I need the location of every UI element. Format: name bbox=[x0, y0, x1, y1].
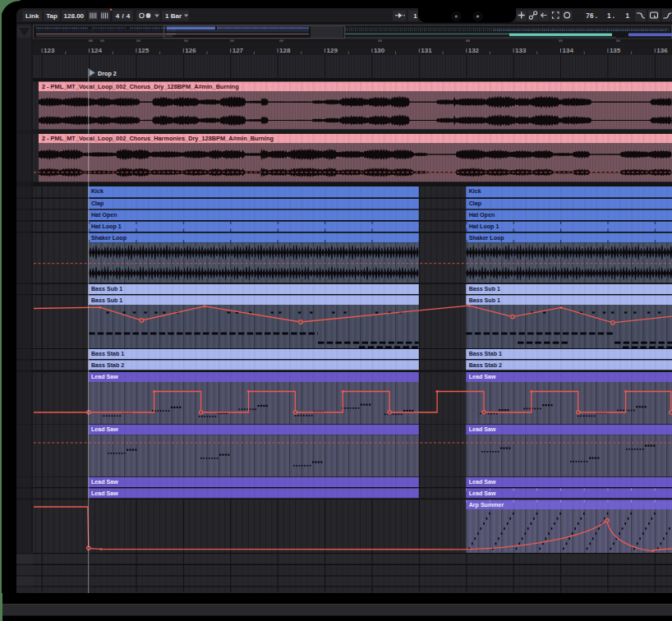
svg-text:Bass Stab 1: Bass Stab 1 bbox=[91, 351, 124, 357]
svg-text:Lead Saw: Lead Saw bbox=[469, 479, 496, 485]
svg-text:1: 1 bbox=[413, 12, 417, 20]
svg-text:132: 132 bbox=[468, 47, 480, 54]
svg-text:2 - PML_MT_Vocal_Loop_002_Chor: 2 - PML_MT_Vocal_Loop_002_Chorus_Dry_128… bbox=[42, 83, 239, 90]
svg-text:Tap: Tap bbox=[46, 12, 58, 20]
svg-text:1 Bar: 1 Bar bbox=[165, 12, 182, 20]
svg-text:127: 127 bbox=[232, 47, 244, 54]
svg-text:136: 136 bbox=[656, 47, 668, 54]
svg-text:Hat Open: Hat Open bbox=[91, 212, 117, 218]
svg-text:130: 130 bbox=[374, 47, 385, 54]
svg-text:4: 4 bbox=[116, 12, 120, 20]
svg-text:128: 128 bbox=[279, 47, 291, 54]
svg-text:Lead Saw: Lead Saw bbox=[469, 490, 496, 497]
svg-text:Bass Stab 1: Bass Stab 1 bbox=[469, 351, 502, 357]
svg-text:Lead Saw: Lead Saw bbox=[91, 479, 118, 485]
svg-text:Bass Sub 1: Bass Sub 1 bbox=[91, 286, 122, 292]
svg-text:125: 125 bbox=[138, 47, 150, 54]
svg-text:133: 133 bbox=[515, 47, 527, 54]
svg-text:126: 126 bbox=[185, 47, 196, 54]
svg-text:Hat Open: Hat Open bbox=[469, 212, 495, 218]
svg-text:Bass Sub 1: Bass Sub 1 bbox=[469, 286, 500, 292]
svg-text:4: 4 bbox=[127, 12, 131, 20]
svg-text:Kick: Kick bbox=[91, 188, 104, 195]
svg-text:1: 1 bbox=[625, 12, 629, 20]
svg-text:Bass Sub 1: Bass Sub 1 bbox=[91, 297, 122, 304]
svg-text:Kick: Kick bbox=[469, 188, 481, 195]
svg-text:Lead Saw: Lead Saw bbox=[91, 426, 118, 433]
svg-text:Lead Saw: Lead Saw bbox=[91, 374, 118, 380]
svg-text:1 .: 1 . bbox=[607, 12, 614, 20]
svg-text:Drop 2: Drop 2 bbox=[98, 70, 117, 77]
svg-text:Bass Stab 2: Bass Stab 2 bbox=[91, 362, 124, 369]
svg-text:Bass Stab 2: Bass Stab 2 bbox=[469, 362, 502, 369]
svg-text:Lead Saw: Lead Saw bbox=[469, 426, 496, 433]
svg-text:135: 135 bbox=[610, 47, 621, 54]
svg-text:123: 123 bbox=[44, 47, 55, 54]
svg-text:2 - PML_MT_Vocal_Loop_002_Chor: 2 - PML_MT_Vocal_Loop_002_Chorus_Harmoni… bbox=[42, 135, 274, 142]
svg-text:Lead Saw: Lead Saw bbox=[469, 374, 496, 380]
svg-text:134: 134 bbox=[563, 47, 574, 54]
svg-text:131: 131 bbox=[421, 47, 432, 54]
svg-text:Arp Summer: Arp Summer bbox=[469, 502, 504, 508]
svg-text:124: 124 bbox=[91, 47, 103, 54]
svg-text:Clap: Clap bbox=[469, 200, 482, 207]
svg-text:Link: Link bbox=[25, 12, 39, 20]
svg-text:Lead Saw: Lead Saw bbox=[91, 490, 118, 497]
svg-text:Clap: Clap bbox=[91, 200, 104, 207]
svg-text:128.00: 128.00 bbox=[64, 12, 85, 20]
svg-text:Bass Sub 1: Bass Sub 1 bbox=[469, 297, 500, 304]
svg-text:76 .: 76 . bbox=[586, 12, 597, 20]
svg-text:129: 129 bbox=[327, 47, 338, 54]
